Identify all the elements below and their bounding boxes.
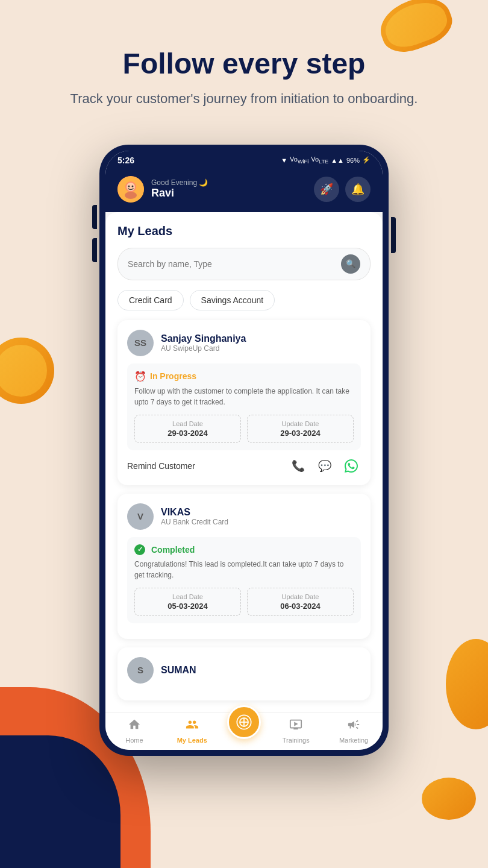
lead-card-vikas: V VIKAS AU Bank Credit Card ✓ Completed … [117, 494, 371, 639]
in-progress-text: In Progress [150, 371, 196, 381]
chat-icon[interactable]: 💬 [315, 456, 334, 476]
lead-info-suman: SUMAN [161, 665, 196, 676]
lead-name-sanjay: Sanjay Singhaniya [161, 333, 246, 344]
decorative-coin-bottom-right [422, 778, 476, 820]
search-submit-button[interactable]: 🔍 [341, 254, 360, 274]
credit-card-label: Credit Card [129, 295, 172, 305]
hero-section: Follow every step Track your customer's … [0, 0, 488, 127]
page-title: My Leads [117, 224, 371, 238]
battery-icon: ⚡ [362, 156, 371, 164]
hero-title: Follow every step [36, 48, 452, 80]
phone-mockup: 5:26 ▼ VoWiFi VoLTE ▲▲ 96% ⚡ [0, 145, 488, 756]
search-input[interactable] [128, 259, 341, 269]
lead-date-value-sanjay: 29-03-2024 [141, 429, 234, 438]
bottom-nav: Home My Leads [105, 712, 383, 750]
lead-date-value-vikas: 05-03-2024 [141, 602, 234, 611]
update-date-label: Update Date [254, 420, 347, 427]
lead-product-vikas: AU Bank Credit Card [161, 518, 228, 526]
lead-info-sanjay: Sanjay Singhaniya AU SwipeUp Card [161, 333, 246, 353]
status-desc-sanjay: Follow up with the customer to complete … [134, 386, 354, 407]
remind-customer-label: Remind Customer [127, 461, 195, 471]
completed-text: Completed [151, 545, 195, 555]
username-text: Ravi [151, 187, 208, 200]
credit-card-filter-chip[interactable]: Credit Card [117, 290, 184, 310]
hero-subtitle: Track your customer's journey from initi… [36, 90, 452, 108]
lead-date-label: Lead Date [141, 420, 234, 427]
savings-account-filter-chip[interactable]: Savings Account [190, 290, 275, 310]
phone-screen: 5:26 ▼ VoWiFi VoLTE ▲▲ 96% ⚡ [105, 151, 383, 750]
status-label-sanjay: ⏰ In Progress [134, 371, 354, 382]
wifi-icon: ▼ [281, 157, 287, 164]
network-icon: VoWiFi [290, 156, 308, 165]
lead-card-suman: S SUMAN [117, 647, 371, 700]
lead-card-sanjay: SS Sanjay Singhaniya AU SwipeUp Card ⏰ I… [117, 320, 371, 485]
lead-header-suman: S SUMAN [127, 657, 361, 684]
lead-avatar-ss: SS [127, 330, 154, 356]
marketing-label: Marketing [339, 737, 368, 744]
rocket-button[interactable]: 🚀 [314, 177, 339, 202]
savings-account-label: Savings Account [201, 295, 264, 305]
svg-point-3 [128, 185, 130, 187]
nav-center [221, 722, 267, 739]
phone-vol-up [92, 205, 97, 229]
status-desc-vikas: Congratulations! This lead is completed.… [134, 559, 354, 580]
svg-point-5 [125, 192, 137, 199]
remind-row-sanjay: Remind Customer 📞 💬 [127, 456, 361, 476]
bell-button[interactable]: 🔔 [345, 177, 371, 202]
content-area: My Leads 🔍 Credit Card Savings Account [105, 212, 383, 712]
home-label: Home [125, 737, 143, 744]
lead-product-sanjay: AU SwipeUp Card [161, 344, 246, 353]
status-time: 5:26 [117, 156, 134, 165]
lead-avatar-v: V [127, 503, 154, 530]
search-icon: 🔍 [346, 259, 355, 268]
lead-date-box-vikas: Lead Date 05-03-2024 [134, 588, 241, 616]
header-user-info: Good Evening 🌙 Ravi [117, 176, 208, 203]
phone-vol-down [92, 238, 97, 262]
status-bar: 5:26 ▼ VoWiFi VoLTE ▲▲ 96% ⚡ [105, 151, 383, 170]
trainings-icon [289, 718, 302, 735]
nav-home[interactable]: Home [105, 718, 163, 744]
completed-icon: ✓ [134, 544, 145, 555]
action-icons-sanjay: 📞 💬 [289, 456, 361, 476]
my-leads-label: My Leads [177, 737, 207, 744]
status-box-sanjay: ⏰ In Progress Follow up with the custome… [127, 363, 361, 450]
nav-marketing[interactable]: Marketing [325, 718, 383, 744]
lead-header-vikas: V VIKAS AU Bank Credit Card [127, 503, 361, 530]
status-box-vikas: ✓ Completed Congratulations! This lead i… [127, 537, 361, 623]
status-label-vikas: ✓ Completed [134, 544, 354, 555]
in-progress-icon: ⏰ [134, 371, 146, 382]
nav-trainings[interactable]: Trainings [267, 718, 325, 744]
whatsapp-icon[interactable] [342, 456, 361, 476]
header-actions: 🚀 🔔 [314, 177, 371, 202]
filter-chips: Credit Card Savings Account [117, 290, 371, 310]
phone-outer: 5:26 ▼ VoWiFi VoLTE ▲▲ 96% ⚡ [99, 145, 389, 756]
lte-icon: VoLTE [311, 156, 328, 165]
nav-my-leads[interactable]: My Leads [163, 718, 221, 744]
lead-name-suman: SUMAN [161, 665, 196, 676]
svg-point-4 [132, 185, 134, 187]
update-date-box-sanjay: Update Date 29-03-2024 [247, 415, 354, 443]
lead-avatar-s: S [127, 657, 154, 684]
lead-name-vikas: VIKAS [161, 507, 228, 518]
app-header: Good Evening 🌙 Ravi 🚀 🔔 [105, 170, 383, 212]
dates-row-sanjay: Lead Date 29-03-2024 Update Date 29-03-2… [134, 415, 354, 443]
signal-bars: ▲▲ [331, 157, 344, 164]
update-date-value-sanjay: 29-03-2024 [254, 429, 347, 438]
my-leads-icon [186, 718, 199, 735]
lead-date-box-sanjay: Lead Date 29-03-2024 [134, 415, 241, 443]
update-date-box-vikas: Update Date 06-03-2024 [247, 588, 354, 616]
phone-call-icon[interactable]: 📞 [289, 456, 308, 476]
lead-date-label-vikas: Lead Date [141, 593, 234, 600]
phone-power-button [391, 217, 396, 253]
dates-row-vikas: Lead Date 05-03-2024 Update Date 06-03-2… [134, 588, 354, 616]
add-lead-button[interactable] [227, 705, 261, 739]
update-date-value-vikas: 06-03-2024 [254, 602, 347, 611]
lead-info-vikas: VIKAS AU Bank Credit Card [161, 507, 228, 526]
lead-header-sanjay: SS Sanjay Singhaniya AU SwipeUp Card [127, 330, 361, 356]
user-text-info: Good Evening 🌙 Ravi [151, 178, 208, 200]
marketing-icon [347, 718, 360, 735]
battery-level: 96% [346, 157, 360, 164]
user-avatar [117, 176, 144, 203]
greeting-text: Good Evening 🌙 [151, 178, 208, 187]
search-bar[interactable]: 🔍 [117, 248, 371, 280]
